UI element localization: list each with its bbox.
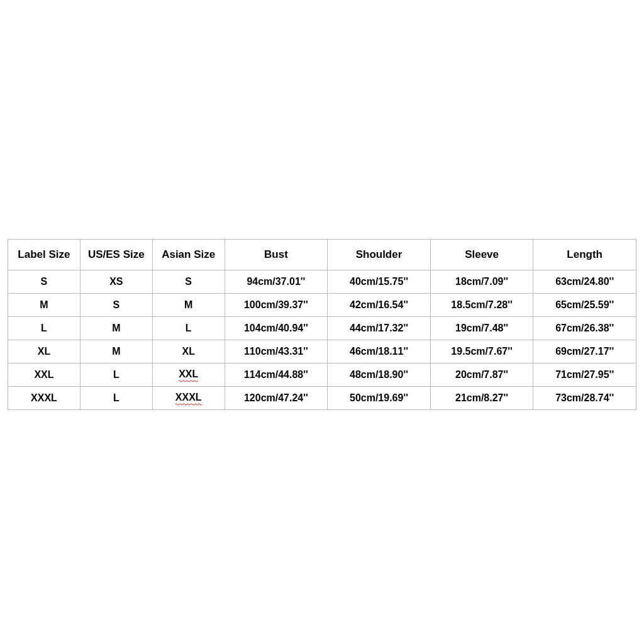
cell-length: 73cm/28.74'' (533, 387, 636, 410)
cell-length: 69cm/27.17'' (533, 340, 636, 364)
cell-sleeve: 18.5cm/7.28'' (430, 294, 533, 317)
cell-bust: 120cm/47.24'' (225, 387, 328, 410)
cell-uses-size: L (80, 364, 152, 387)
cell-shoulder: 46cm/18.11'' (328, 340, 431, 364)
table-row: XXXLLXXXL120cm/47.24''50cm/19.69''21cm/8… (8, 387, 636, 410)
cell-uses-size: M (80, 340, 152, 364)
cell-label-size: L (8, 317, 80, 340)
cell-uses-size: L (80, 387, 152, 410)
cell-label-size: XL (8, 340, 80, 364)
table-row: XLMXL110cm/43.31''46cm/18.11''19.5cm/7.6… (8, 340, 636, 364)
header-shoulder: Shoulder (328, 240, 431, 270)
cell-shoulder: 50cm/19.69'' (328, 387, 431, 410)
cell-label-size: M (8, 294, 80, 317)
cell-bust: 100cm/39.37'' (225, 294, 328, 317)
header-row: Label Size US/ES Size Asian Size Bust Sh… (8, 240, 636, 270)
cell-bust: 94cm/37.01'' (225, 270, 328, 294)
table-row: XXLLXXL114cm/44.88''48cm/18.90''20cm/7.8… (8, 364, 636, 387)
cell-asian-size: XL (152, 340, 225, 364)
table-row: LML104cm/40.94''44cm/17.32''19cm/7.48''6… (8, 317, 636, 340)
header-label-size: Label Size (8, 240, 80, 270)
table-head: Label Size US/ES Size Asian Size Bust Sh… (8, 240, 636, 270)
cell-length: 67cm/26.38'' (533, 317, 636, 340)
size-chart-container: Label Size US/ES Size Asian Size Bust Sh… (8, 239, 636, 410)
cell-asian-size: L (152, 317, 225, 340)
cell-uses-size: M (80, 317, 152, 340)
cell-bust: 114cm/44.88'' (225, 364, 328, 387)
table-row: SXSS94cm/37.01''40cm/15.75''18cm/7.09''6… (8, 270, 636, 294)
cell-label-size: XXXL (8, 387, 80, 410)
cell-sleeve: 18cm/7.09'' (430, 270, 533, 294)
cell-shoulder: 48cm/18.90'' (328, 364, 431, 387)
cell-label-size: XXL (8, 364, 80, 387)
cell-sleeve: 19cm/7.48'' (430, 317, 533, 340)
table-body: SXSS94cm/37.01''40cm/15.75''18cm/7.09''6… (8, 270, 636, 410)
cell-bust: 110cm/43.31'' (225, 340, 328, 364)
cell-label-size: S (8, 270, 80, 294)
cell-bust: 104cm/40.94'' (225, 317, 328, 340)
cell-asian-size: M (152, 294, 225, 317)
header-sleeve: Sleeve (430, 240, 533, 270)
cell-sleeve: 19.5cm/7.67'' (430, 340, 533, 364)
cell-uses-size: XS (80, 270, 152, 294)
cell-shoulder: 44cm/17.32'' (328, 317, 431, 340)
cell-length: 71cm/27.95'' (533, 364, 636, 387)
cell-length: 63cm/24.80'' (533, 270, 636, 294)
cell-shoulder: 40cm/15.75'' (328, 270, 431, 294)
size-chart-table: Label Size US/ES Size Asian Size Bust Sh… (8, 239, 636, 410)
cell-uses-size: S (80, 294, 152, 317)
header-uses-size: US/ES Size (80, 240, 152, 270)
cell-asian-size: S (152, 270, 225, 294)
header-bust: Bust (225, 240, 328, 270)
header-length: Length (533, 240, 636, 270)
cell-length: 65cm/25.59'' (533, 294, 636, 317)
cell-shoulder: 42cm/16.54'' (328, 294, 431, 317)
cell-sleeve: 21cm/8.27'' (430, 387, 533, 410)
table-row: MSM100cm/39.37''42cm/16.54''18.5cm/7.28'… (8, 294, 636, 317)
cell-sleeve: 20cm/7.87'' (430, 364, 533, 387)
cell-asian-size: XXXL (152, 387, 225, 410)
cell-asian-size: XXL (152, 364, 225, 387)
header-asian-size: Asian Size (152, 240, 225, 270)
